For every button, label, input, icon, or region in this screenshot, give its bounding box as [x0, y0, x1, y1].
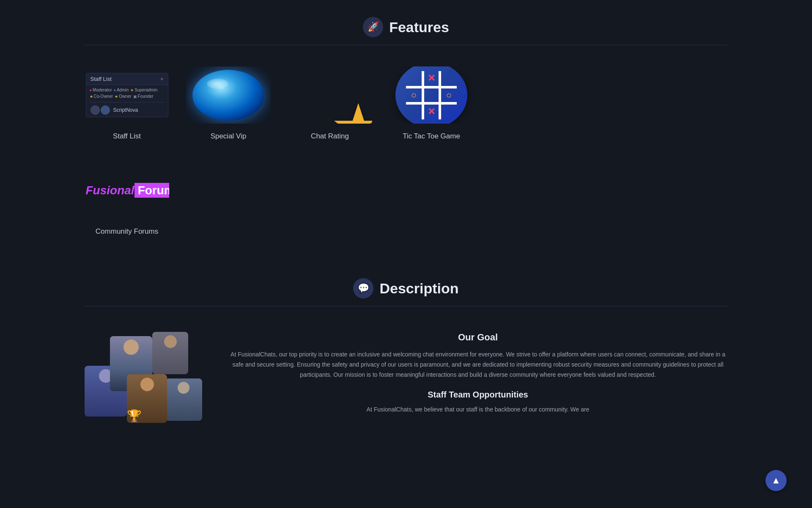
staff-roles-divider — [90, 102, 165, 102]
ttt-cell-8 — [440, 103, 457, 119]
description-content: 🏆 Our Goal At FusionalChats, our top pri… — [0, 323, 812, 433]
coowner-label: Co-Owner — [94, 94, 113, 99]
role-founder: ▣ Founder — [133, 94, 154, 99]
staff-opps-title: Staff Team Opportunities — [228, 390, 727, 400]
staff-roles-container: ● Moderator ● Admin ★ Superadmin ★ — [86, 85, 168, 101]
superadmin-label: Superadmin — [134, 88, 157, 92]
scroll-top-button[interactable]: ▲ — [765, 470, 787, 491]
ttt-cell-6 — [406, 103, 423, 119]
feature-chat-rating[interactable]: ★ Chat Rating — [288, 66, 372, 141]
staff-list-label: Staff List — [113, 132, 141, 141]
role-owner: ★ Owner — [115, 94, 131, 99]
role-moderator: ● Moderator — [90, 88, 112, 92]
avatar-2 — [101, 105, 110, 115]
ttt-circle-visual: ✕ ○ ○ ✕ — [395, 66, 467, 124]
our-goal-title: Our Goal — [228, 332, 727, 343]
role-superadmin: ★ Superadmin — [130, 88, 157, 92]
moderator-label: Moderator — [93, 88, 112, 92]
description-section: 💬 Description 🏆 Our Goal At FusionalChat… — [0, 261, 812, 442]
chat-rating-label: Chat Rating — [311, 132, 349, 141]
staff-list-widget-wrapper: Staff List × ● Moderator ● Admin — [85, 66, 169, 124]
role-admin: ● Admin — [114, 88, 129, 92]
description-title: Description — [379, 280, 458, 297]
features-grid-row1: Staff List × ● Moderator ● Admin — [0, 62, 812, 157]
description-header: 💬 Description — [0, 278, 812, 298]
features-icon-circle: 🚀 — [363, 17, 383, 37]
owner-dot: ★ — [115, 94, 118, 99]
staff-avatar-group — [91, 105, 110, 115]
features-grid-row2: FusionalForums Community Forums — [0, 157, 812, 253]
description-icon-circle: 💬 — [353, 278, 373, 298]
feature-staff-list[interactable]: Staff List × ● Moderator ● Admin — [85, 66, 169, 141]
moderator-dot: ● — [90, 88, 92, 92]
person-5-block — [165, 378, 202, 421]
special-vip-label: Special Vip — [211, 132, 247, 141]
owner-label: Owner — [119, 94, 131, 99]
forums-logo: FusionalForums — [86, 174, 168, 207]
chat-rating-image-wrapper: ★ — [288, 66, 372, 124]
ttt-cell-1: ✕ — [423, 71, 440, 87]
founder-label: Founder — [138, 94, 154, 99]
forums-forums-text: Forums — [134, 183, 169, 198]
staff-list-header: Staff List × — [86, 73, 168, 85]
people-collage: 🏆 — [85, 332, 203, 425]
features-section: 🚀 Features Staff List × ● Moderator — [0, 0, 812, 261]
feature-special-vip[interactable]: Special Vip — [186, 66, 271, 141]
founder-dot: ▣ — [133, 94, 137, 99]
ttt-cell-4 — [423, 87, 440, 103]
ttt-cell-5: ○ — [440, 87, 457, 103]
admin-dot: ● — [114, 88, 116, 92]
admin-label: Admin — [117, 88, 129, 92]
forums-fusional-text: Fusional — [86, 184, 134, 197]
chat-icon: 💬 — [358, 283, 369, 294]
rocket-icon: 🚀 — [368, 22, 379, 33]
ttt-cell-7: ✕ — [423, 103, 440, 119]
forums-logo-text: FusionalForums — [86, 184, 170, 197]
staff-opps-text: At FusionalChats, we believe that our st… — [228, 405, 727, 415]
features-header: 🚀 Features — [0, 17, 812, 37]
description-text-block: Our Goal At FusionalChats, our top prior… — [228, 332, 727, 415]
features-title: Features — [389, 19, 449, 36]
feature-ttt[interactable]: ✕ ○ ○ ✕ Tic Tac Toe Game — [389, 66, 474, 141]
staff-member-name: ScriptNova — [113, 107, 138, 113]
staff-list-close-btn[interactable]: × — [160, 76, 164, 82]
staff-list-title: Staff List — [91, 76, 112, 82]
vip-orb-visual — [192, 70, 264, 121]
coowner-dot: ★ — [90, 94, 93, 99]
forums-image-wrapper: FusionalForums — [85, 162, 169, 219]
ttt-cell-3: ○ — [406, 87, 423, 103]
features-divider — [85, 45, 727, 45]
ttt-cell-0 — [406, 71, 423, 87]
ttt-label: Tic Tac Toe Game — [403, 132, 460, 141]
vip-image-wrapper — [186, 66, 271, 124]
description-divider — [85, 306, 727, 306]
superadmin-dot: ★ — [130, 88, 134, 92]
role-coowner: ★ Co-Owner — [90, 94, 113, 99]
staff-member-row: ScriptNova — [86, 103, 168, 117]
ttt-image-wrapper: ✕ ○ ○ ✕ — [389, 66, 474, 124]
our-goal-text: At FusionalChats, our top priority is to… — [228, 350, 727, 380]
person-2-block — [152, 332, 188, 374]
ttt-grid: ✕ ○ ○ ✕ — [406, 71, 457, 119]
trophy-icon: 🏆 — [127, 409, 142, 423]
ttt-cell-2 — [440, 71, 457, 87]
chevron-up-icon: ▲ — [771, 475, 781, 486]
people-collage-container: 🏆 — [85, 332, 203, 425]
avatar-1 — [91, 105, 100, 115]
community-forums-label: Community Forums — [96, 227, 158, 236]
staff-list-widget: Staff List × ● Moderator ● Admin — [86, 73, 168, 117]
feature-community-forums[interactable]: FusionalForums Community Forums — [85, 162, 169, 236]
